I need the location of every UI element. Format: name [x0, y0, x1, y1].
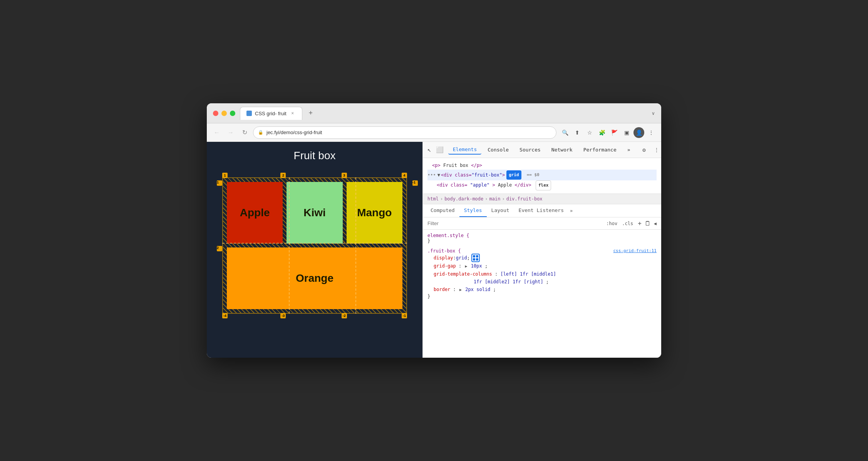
css-rules: element.style { } .fruit-box { css-grid-…	[423, 230, 661, 358]
subtab-more[interactable]: »	[568, 205, 574, 217]
element-style-rule: element.style { }	[427, 233, 657, 244]
breadcrumb: html › body.dark-mode › main › div.fruit…	[423, 194, 661, 204]
new-tab-button[interactable]: +	[305, 108, 316, 119]
tab-label: CSS grid- fruit	[255, 111, 287, 116]
grid-gap-expand[interactable]: ▶	[465, 264, 467, 268]
css-border-line: border : ▶ 2px solid ;	[427, 286, 657, 294]
subtab-computed[interactable]: Computed	[426, 204, 459, 217]
grid-label-row-2: 2	[217, 246, 222, 251]
subtab-styles[interactable]: Styles	[459, 204, 487, 217]
traffic-lights	[213, 111, 235, 116]
tab-close-button[interactable]: ×	[290, 110, 296, 116]
devtools-main-tabs: Elements Console Sources Network Perform…	[448, 145, 635, 155]
kiwi-cell: Kiwi	[287, 182, 342, 244]
breadcrumb-main[interactable]: main	[489, 196, 501, 202]
styles-filter: :hov .cls + 🗒 ◀	[423, 217, 661, 230]
address-bar: ← → ↻ 🔒 jec.fyi/demo/css-grid-fruit 🔍 ⬆ …	[207, 123, 661, 142]
settings-icon[interactable]: ⚙	[640, 145, 649, 155]
css-grid-template-line: grid-template-columns : [left] 1fr [midd…	[427, 270, 657, 278]
grid-label-neg-4: -4	[222, 313, 228, 318]
css-display-line: display : grid ;	[427, 254, 657, 262]
filter-actions: :hov .cls + 🗒 ◀	[606, 220, 657, 227]
tab-elements[interactable]: Elements	[448, 145, 482, 155]
forward-button[interactable]: →	[225, 127, 236, 138]
tab-favicon	[246, 111, 252, 116]
dom-line-3: <div class= "apple" > Apple </div> flex	[427, 180, 657, 190]
orange-cell: Orange	[227, 247, 402, 309]
border-expand[interactable]: ▶	[459, 288, 462, 292]
profile-icon[interactable]: 👤	[633, 127, 644, 138]
tab-performance[interactable]: Performance	[579, 145, 621, 154]
subtabs: Computed Styles Layout Event Listeners »	[423, 204, 661, 217]
maximize-button[interactable]	[230, 111, 235, 116]
tab-more[interactable]: »	[623, 145, 635, 154]
page-title: Fruit box	[214, 150, 415, 162]
browser-window: CSS grid- fruit × + ∨ ← → ↻ 🔒 jec.fyi/de…	[207, 103, 661, 358]
url-text: jec.fyi/demo/css-grid-fruit	[266, 130, 322, 135]
tab-bar: CSS grid- fruit × + ∨	[240, 107, 655, 120]
filter-input[interactable]	[427, 220, 603, 226]
flag-icon[interactable]: 🚩	[609, 127, 620, 138]
subtab-event-listeners[interactable]: Event Listeners	[514, 204, 568, 217]
share-icon[interactable]: ⬆	[572, 127, 583, 138]
grid-label-right-neg1: -1	[412, 180, 418, 186]
dom-line-1: <p> Fruit box </p>	[427, 161, 657, 170]
grid-badge[interactable]: grid	[506, 170, 521, 180]
close-button[interactable]	[213, 111, 218, 116]
element-picker-icon[interactable]: ↖	[427, 145, 431, 155]
minimize-button[interactable]	[221, 111, 227, 116]
grid-label-neg-1: -1	[402, 313, 407, 318]
refresh-button[interactable]: ↻	[239, 127, 250, 138]
grid-label-neg-2: -2	[342, 313, 347, 318]
active-tab[interactable]: CSS grid- fruit ×	[240, 107, 302, 120]
devtools-toolbar: ↖ ⬜ Elements Console Sources Network Per…	[423, 142, 661, 158]
tab-sources[interactable]: Sources	[515, 145, 545, 154]
copy-styles-icon[interactable]: 🗒	[645, 220, 651, 227]
fruit-box-rule: .fruit-box { css-grid-fruit:11 display :…	[427, 248, 657, 299]
apple-cell: Apple	[227, 182, 283, 244]
menu-icon[interactable]: ⋮	[646, 127, 657, 138]
subtab-layout[interactable]: Layout	[487, 204, 514, 217]
devtools-actions: ⚙ ⋮ ×	[640, 145, 661, 155]
hov-button[interactable]: :hov	[606, 221, 617, 226]
add-style-icon[interactable]: +	[638, 220, 642, 227]
url-bar[interactable]: 🔒 jec.fyi/demo/css-grid-fruit	[253, 126, 556, 139]
screenshot-icon[interactable]: ▣	[621, 127, 632, 138]
tab-network[interactable]: Network	[547, 145, 577, 154]
css-source-link[interactable]: css-grid-fruit:11	[613, 248, 657, 254]
grid-label-row-1: 1	[217, 180, 222, 186]
breadcrumb-div-fruit-box[interactable]: div.fruit-box	[506, 196, 543, 202]
css-grid-gap-line: grid-gap : ▶ 10px ;	[427, 262, 657, 270]
flex-badge[interactable]: flex	[536, 180, 551, 190]
webpage-area: Fruit box 1 2 3 4 1 2	[207, 142, 422, 358]
extension-icon[interactable]: 🧩	[597, 127, 607, 138]
toolbar-icons: 🔍 ⬆ ☆ 🧩 🚩 ▣ 👤 ⋮	[560, 127, 657, 138]
title-bar: CSS grid- fruit × + ∨	[207, 103, 661, 123]
element-style-selector: element.style {	[427, 233, 657, 238]
tab-chevron-icon[interactable]: ∨	[652, 111, 655, 116]
devtools-panel: ↖ ⬜ Elements Console Sources Network Per…	[422, 142, 661, 358]
back-button[interactable]: ←	[211, 127, 222, 138]
grid-icon-badge[interactable]	[471, 254, 480, 262]
main-content: Fruit box 1 2 3 4 1 2	[207, 142, 661, 358]
breadcrumb-html[interactable]: html	[427, 196, 439, 202]
more-options-icon[interactable]: ⋮	[652, 145, 661, 155]
dom-tree: <p> Fruit box </p> ••• ▼ <div class= "fr…	[423, 158, 661, 194]
prev-icon[interactable]: ◀	[654, 221, 657, 226]
lock-icon: 🔒	[258, 130, 263, 135]
cls-button[interactable]: .cls	[622, 221, 633, 226]
zoom-icon[interactable]: 🔍	[560, 127, 570, 138]
css-grid-template-line-2: 1fr [middle2] 1fr [right] ;	[427, 278, 657, 286]
mango-cell: Mango	[347, 182, 402, 244]
grid-container: Apple Kiwi Mango Orange	[222, 177, 407, 314]
bookmark-icon[interactable]: ☆	[584, 127, 595, 138]
dom-line-2[interactable]: ••• ▼ <div class= "fruit-box" > grid == …	[427, 170, 657, 180]
dom-p-tag: <p>	[432, 163, 441, 168]
grid-label-neg-3: -3	[280, 313, 286, 318]
tab-console[interactable]: Console	[483, 145, 513, 154]
breadcrumb-body[interactable]: body.dark-mode	[444, 196, 483, 202]
device-emulation-icon[interactable]: ⬜	[436, 145, 444, 155]
